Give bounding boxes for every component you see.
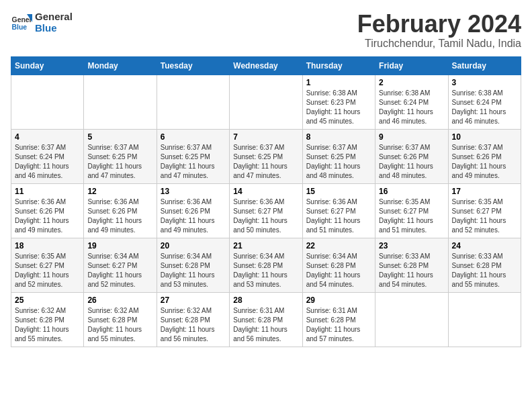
calendar-cell: 16Sunrise: 6:35 AM Sunset: 6:27 PM Dayli… <box>375 183 448 238</box>
calendar-cell: 13Sunrise: 6:36 AM Sunset: 6:26 PM Dayli… <box>157 183 229 238</box>
day-info: Sunrise: 6:37 AM Sunset: 6:25 PM Dayligh… <box>233 143 298 181</box>
day-info: Sunrise: 6:36 AM Sunset: 6:26 PM Dayligh… <box>87 197 152 235</box>
day-info: Sunrise: 6:36 AM Sunset: 6:26 PM Dayligh… <box>15 197 80 235</box>
day-number: 19 <box>87 241 152 250</box>
calendar-cell: 9Sunrise: 6:37 AM Sunset: 6:26 PM Daylig… <box>375 129 448 183</box>
calendar-week-row: 1Sunrise: 6:38 AM Sunset: 6:23 PM Daylig… <box>11 75 521 129</box>
day-info: Sunrise: 6:38 AM Sunset: 6:24 PM Dayligh… <box>379 89 444 126</box>
day-info: Sunrise: 6:31 AM Sunset: 6:28 PM Dayligh… <box>233 306 298 344</box>
calendar-cell: 10Sunrise: 6:37 AM Sunset: 6:26 PM Dayli… <box>448 129 521 183</box>
day-number: 9 <box>379 132 444 142</box>
day-number: 8 <box>306 132 371 142</box>
day-info: Sunrise: 6:32 AM Sunset: 6:28 PM Dayligh… <box>87 306 152 344</box>
day-info: Sunrise: 6:37 AM Sunset: 6:26 PM Dayligh… <box>379 143 444 181</box>
day-info: Sunrise: 6:34 AM Sunset: 6:27 PM Dayligh… <box>87 252 152 289</box>
day-number: 11 <box>15 187 80 196</box>
day-info: Sunrise: 6:32 AM Sunset: 6:28 PM Dayligh… <box>15 306 80 344</box>
calendar-cell <box>11 75 84 129</box>
day-number: 6 <box>161 132 226 142</box>
day-info: Sunrise: 6:35 AM Sunset: 6:27 PM Dayligh… <box>15 252 80 289</box>
calendar-cell: 21Sunrise: 6:34 AM Sunset: 6:28 PM Dayli… <box>230 238 302 292</box>
day-info: Sunrise: 6:34 AM Sunset: 6:28 PM Dayligh… <box>306 252 371 289</box>
calendar-cell: 20Sunrise: 6:34 AM Sunset: 6:28 PM Dayli… <box>157 238 229 292</box>
calendar-cell: 12Sunrise: 6:36 AM Sunset: 6:26 PM Dayli… <box>84 183 157 238</box>
calendar-cell: 19Sunrise: 6:34 AM Sunset: 6:27 PM Dayli… <box>84 238 157 292</box>
day-number: 24 <box>452 241 517 250</box>
calendar-cell: 18Sunrise: 6:35 AM Sunset: 6:27 PM Dayli… <box>11 238 84 292</box>
day-number: 12 <box>87 187 152 196</box>
weekday-header-tuesday: Tuesday <box>157 56 229 75</box>
page-title: February 2024 <box>357 11 521 38</box>
calendar-cell: 8Sunrise: 6:37 AM Sunset: 6:25 PM Daylig… <box>302 129 375 183</box>
day-info: Sunrise: 6:36 AM Sunset: 6:26 PM Dayligh… <box>161 197 226 235</box>
day-info: Sunrise: 6:36 AM Sunset: 6:27 PM Dayligh… <box>306 197 371 235</box>
calendar-cell: 17Sunrise: 6:35 AM Sunset: 6:27 PM Dayli… <box>448 183 521 238</box>
calendar-cell: 3Sunrise: 6:38 AM Sunset: 6:24 PM Daylig… <box>448 75 521 129</box>
title-block: February 2024 Tiruchchendur, Tamil Nadu,… <box>357 11 521 50</box>
weekday-header-wednesday: Wednesday <box>230 56 302 75</box>
calendar-week-row: 4Sunrise: 6:37 AM Sunset: 6:24 PM Daylig… <box>11 129 521 183</box>
day-info: Sunrise: 6:35 AM Sunset: 6:27 PM Dayligh… <box>452 197 517 235</box>
day-info: Sunrise: 6:31 AM Sunset: 6:28 PM Dayligh… <box>306 306 371 344</box>
day-info: Sunrise: 6:38 AM Sunset: 6:24 PM Dayligh… <box>452 89 517 126</box>
day-number: 21 <box>233 241 298 250</box>
calendar-cell: 23Sunrise: 6:33 AM Sunset: 6:28 PM Dayli… <box>375 238 448 292</box>
calendar-cell <box>375 292 448 347</box>
calendar-cell: 4Sunrise: 6:37 AM Sunset: 6:24 PM Daylig… <box>11 129 84 183</box>
page-subtitle: Tiruchchendur, Tamil Nadu, India <box>357 38 521 50</box>
day-info: Sunrise: 6:36 AM Sunset: 6:27 PM Dayligh… <box>233 197 298 235</box>
day-info: Sunrise: 6:33 AM Sunset: 6:28 PM Dayligh… <box>452 252 517 289</box>
calendar-cell: 22Sunrise: 6:34 AM Sunset: 6:28 PM Dayli… <box>302 238 375 292</box>
day-number: 5 <box>87 132 152 142</box>
calendar-cell: 28Sunrise: 6:31 AM Sunset: 6:28 PM Dayli… <box>230 292 302 347</box>
day-info: Sunrise: 6:33 AM Sunset: 6:28 PM Dayligh… <box>379 252 444 289</box>
day-info: Sunrise: 6:37 AM Sunset: 6:25 PM Dayligh… <box>87 143 152 181</box>
day-number: 3 <box>452 78 517 87</box>
logo-icon: General Blue <box>11 11 32 33</box>
calendar-cell: 15Sunrise: 6:36 AM Sunset: 6:27 PM Dayli… <box>302 183 375 238</box>
weekday-header-friday: Friday <box>375 56 448 75</box>
day-number: 23 <box>379 241 444 250</box>
calendar-cell: 24Sunrise: 6:33 AM Sunset: 6:28 PM Dayli… <box>448 238 521 292</box>
logo-blue-text: Blue <box>35 22 73 34</box>
day-number: 25 <box>15 295 80 305</box>
calendar-cell: 11Sunrise: 6:36 AM Sunset: 6:26 PM Dayli… <box>11 183 84 238</box>
day-number: 2 <box>379 78 444 87</box>
day-number: 22 <box>306 241 371 250</box>
weekday-header-thursday: Thursday <box>302 56 375 75</box>
calendar-cell <box>157 75 229 129</box>
day-info: Sunrise: 6:37 AM Sunset: 6:26 PM Dayligh… <box>452 143 517 181</box>
day-number: 4 <box>15 132 80 142</box>
calendar-cell: 25Sunrise: 6:32 AM Sunset: 6:28 PM Dayli… <box>11 292 84 347</box>
calendar-cell <box>448 292 521 347</box>
calendar-cell: 7Sunrise: 6:37 AM Sunset: 6:25 PM Daylig… <box>230 129 302 183</box>
day-number: 26 <box>87 295 152 305</box>
day-info: Sunrise: 6:37 AM Sunset: 6:24 PM Dayligh… <box>15 143 80 181</box>
calendar-cell: 29Sunrise: 6:31 AM Sunset: 6:28 PM Dayli… <box>302 292 375 347</box>
day-number: 15 <box>306 187 371 196</box>
calendar-week-row: 25Sunrise: 6:32 AM Sunset: 6:28 PM Dayli… <box>11 292 521 347</box>
day-info: Sunrise: 6:34 AM Sunset: 6:28 PM Dayligh… <box>233 252 298 289</box>
logo: General Blue General Blue <box>11 11 73 34</box>
day-number: 28 <box>233 295 298 305</box>
day-info: Sunrise: 6:38 AM Sunset: 6:23 PM Dayligh… <box>306 89 371 126</box>
weekday-header-sunday: Sunday <box>11 56 84 75</box>
calendar-week-row: 18Sunrise: 6:35 AM Sunset: 6:27 PM Dayli… <box>11 238 521 292</box>
day-number: 13 <box>161 187 226 196</box>
day-number: 18 <box>15 241 80 250</box>
day-number: 29 <box>306 295 371 305</box>
day-number: 27 <box>161 295 226 305</box>
day-number: 10 <box>452 132 517 142</box>
calendar-cell <box>84 75 157 129</box>
day-info: Sunrise: 6:37 AM Sunset: 6:25 PM Dayligh… <box>161 143 226 181</box>
calendar-cell: 27Sunrise: 6:32 AM Sunset: 6:28 PM Dayli… <box>157 292 229 347</box>
calendar-cell <box>230 75 302 129</box>
day-info: Sunrise: 6:32 AM Sunset: 6:28 PM Dayligh… <box>161 306 226 344</box>
calendar-cell: 14Sunrise: 6:36 AM Sunset: 6:27 PM Dayli… <box>230 183 302 238</box>
day-number: 14 <box>233 187 298 196</box>
calendar-cell: 2Sunrise: 6:38 AM Sunset: 6:24 PM Daylig… <box>375 75 448 129</box>
day-number: 7 <box>233 132 298 142</box>
day-number: 16 <box>379 187 444 196</box>
logo-general-text: General <box>35 11 73 22</box>
day-info: Sunrise: 6:37 AM Sunset: 6:25 PM Dayligh… <box>306 143 371 181</box>
